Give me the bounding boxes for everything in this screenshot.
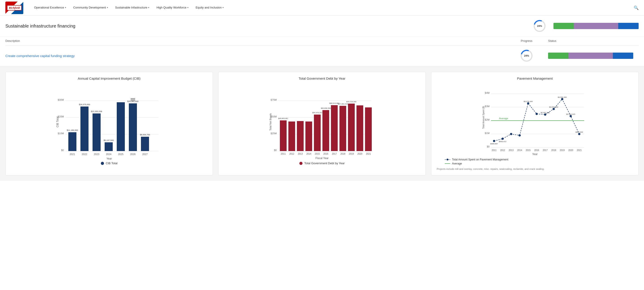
pavement-dot-2021: [578, 133, 580, 135]
svg-text:$45,853,957: $45,853,957: [278, 118, 288, 120]
col-header-status: Status: [544, 39, 638, 42]
svg-text:$655,412: $655,412: [499, 141, 506, 143]
debt-bar-2017: [331, 105, 338, 151]
row-status: [544, 53, 638, 59]
debt-bar-2015: [314, 115, 321, 151]
cib-bar-2025: [117, 102, 125, 151]
col-header-progress: Progress: [509, 39, 544, 42]
debt-chart-card: Total Government Debt by Year $0 $25M $5…: [218, 72, 426, 175]
svg-text:2018: 2018: [551, 149, 556, 151]
svg-text:$54,476,207: $54,476,207: [312, 112, 322, 114]
nav-high-quality-workforce[interactable]: High Quality Workforce ▾: [153, 0, 192, 16]
svg-text:Average: Average: [499, 117, 508, 120]
chevron-down-icon: ▾: [222, 6, 224, 9]
charts-row: Annual Capital Improvement Budget (CIB) …: [0, 66, 644, 181]
pavement-note: Projects include mill and overlay, concr…: [436, 167, 634, 171]
row-status-bar-green: [548, 53, 568, 59]
svg-text:$11,186,000: $11,186,000: [67, 129, 78, 131]
nav-sustainable-infrastructure[interactable]: Sustainable Infastructure ▾: [112, 0, 153, 16]
debt-chart-title: Total Government Debt by Year: [223, 77, 421, 80]
cib-legend-label: CIB Total: [106, 161, 118, 165]
cib-chart-svg: $0 $10M $20M $30M $11,186,000 $26,575,00…: [10, 84, 208, 160]
cib-bar-2026: [129, 103, 137, 151]
nav-equity-inclusion[interactable]: Equity and Inclusion ▾: [192, 0, 227, 16]
search-icon[interactable]: 🔍: [634, 5, 638, 10]
chevron-down-icon: ▾: [187, 6, 188, 9]
logo-text: Richfield: [7, 5, 22, 10]
pavement-dot-2018: [552, 108, 555, 110]
svg-text:$0: $0: [274, 149, 277, 151]
svg-text:$4M: $4M: [485, 92, 490, 94]
svg-text:$997,000: $997,000: [576, 131, 583, 133]
svg-text:$0: $0: [487, 145, 490, 148]
row-ring-label: 24%: [524, 54, 529, 57]
svg-text:$489,987: $489,987: [490, 143, 498, 145]
cib-bar-2024: [105, 142, 113, 151]
svg-text:2027: 2027: [142, 153, 148, 155]
pavement-line: [494, 99, 579, 141]
cib-bar-2027: [141, 137, 149, 151]
debt-bar-2014: [306, 122, 312, 151]
svg-text:2015: 2015: [526, 149, 531, 151]
svg-text:$67,364,419: $67,364,419: [338, 103, 348, 105]
chevron-down-icon: ▾: [65, 6, 66, 9]
svg-text:2014: 2014: [517, 149, 522, 151]
svg-text:2017: 2017: [543, 149, 548, 151]
svg-text:$26,575,000: $26,575,000: [79, 103, 90, 106]
svg-point-90: [446, 159, 448, 160]
cib-bar-2023: [92, 114, 100, 151]
row-status-bar-blue: [613, 53, 633, 59]
svg-text:2014: 2014: [306, 152, 312, 155]
row-status-bar-purple: [568, 53, 613, 59]
pavement-dot-2017: [544, 114, 546, 116]
svg-text:2011: 2011: [281, 152, 286, 155]
svg-text:2025: 2025: [118, 153, 124, 155]
svg-text:2026: 2026: [130, 153, 136, 155]
debt-legend-dot: [299, 162, 302, 165]
pavement-chart-title: Pavement Management: [436, 77, 634, 80]
cib-bar-2022: [80, 107, 88, 151]
debt-bar-2018: [340, 106, 346, 151]
chevron-down-icon: ▾: [107, 6, 108, 9]
pavement-chart-svg: $0 $1M $2M $3M $4M Average: [436, 84, 634, 155]
svg-text:$30M: $30M: [58, 99, 64, 101]
pavement-dot-2020: [570, 115, 572, 117]
debt-bar-2020: [356, 105, 363, 151]
nav-operational-excellence[interactable]: Operational Excellence ▾: [30, 0, 70, 16]
svg-text:$2,334,015: $2,334,015: [566, 113, 576, 115]
svg-text:2021: 2021: [577, 149, 582, 151]
debt-bar-2012: [288, 122, 295, 151]
debt-bar-2021: [365, 107, 372, 151]
funding-strategy-link[interactable]: Create comprehensive capital funding str…: [6, 54, 74, 58]
svg-text:$5,197,500: $5,197,500: [104, 139, 114, 142]
svg-text:$70,724,340: $70,724,340: [346, 101, 356, 103]
pavement-dot-2019: [561, 98, 563, 100]
debt-legend-label: Total Government Debt by Year: [304, 161, 345, 165]
svg-text:$0: $0: [61, 149, 64, 151]
svg-text:2019: 2019: [560, 149, 565, 151]
svg-text:$22,353,336: $22,353,336: [91, 110, 102, 113]
debt-bar-2011: [280, 120, 286, 151]
svg-text:$2,870,809: $2,870,809: [549, 106, 558, 108]
pavement-legend-line: Total Amount Spent on Pavement Managemen…: [445, 158, 634, 161]
svg-text:CIB Total: CIB Total: [56, 117, 59, 127]
svg-text:2022: 2022: [82, 153, 87, 155]
nav-community-development[interactable]: Community Development ▾: [70, 0, 112, 16]
section-header: Sustainable infrastructure financing 24%: [0, 16, 644, 36]
svg-text:2013: 2013: [298, 152, 303, 155]
svg-text:Year: Year: [532, 152, 538, 155]
pavement-chart-card: Pavement Management $0 $1M $2M $3M $4M A…: [431, 72, 638, 175]
logo[interactable]: Richfield: [6, 1, 23, 14]
table-header: Description Progress Status: [6, 36, 638, 45]
pavement-dot-2011: [493, 140, 495, 142]
status-bar-blue: [618, 23, 638, 29]
ring-label: 24%: [537, 25, 542, 27]
cib-legend: CIB Total: [10, 161, 208, 165]
row-progress: 24%: [509, 49, 544, 62]
svg-text:2012: 2012: [289, 152, 294, 155]
pavement-legend-avg: Average: [445, 162, 634, 165]
pavement-dot-2012: [502, 138, 504, 140]
svg-text:2019: 2019: [349, 152, 354, 155]
svg-text:Total Net Bonds: Total Net Bonds: [269, 113, 272, 131]
header-status-bar: [554, 23, 638, 29]
